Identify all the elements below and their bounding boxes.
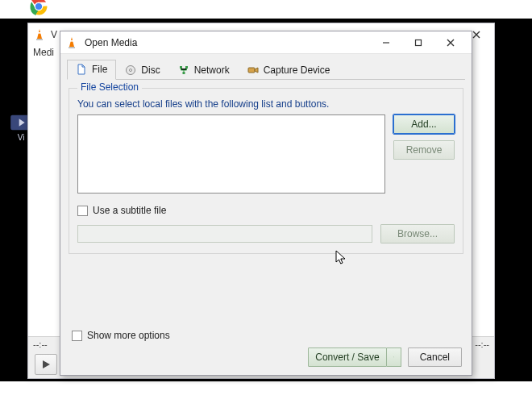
tab-disc[interactable]: Disc	[116, 60, 168, 80]
tab-network[interactable]: Network	[169, 60, 239, 80]
svg-rect-10	[70, 40, 73, 42]
svg-marker-19	[393, 357, 394, 358]
svg-rect-17	[182, 72, 185, 74]
time-remaining: --:--	[475, 339, 489, 349]
tab-network-label: Network	[194, 65, 230, 76]
file-selection-hint: You can select local files with the foll…	[77, 98, 455, 110]
desktop-item-label: Vi	[18, 133, 25, 142]
tab-file[interactable]: File	[67, 60, 116, 80]
svg-rect-11	[69, 47, 75, 48]
svg-rect-12	[416, 40, 422, 45]
minimize-icon	[381, 38, 391, 48]
convert-save-button[interactable]: Convert / Save	[308, 347, 386, 367]
close-icon	[446, 38, 455, 48]
add-button[interactable]: Add...	[393, 114, 455, 134]
vlc-window-title: V	[51, 29, 57, 40]
maximize-icon	[414, 38, 423, 48]
remove-button[interactable]: Remove	[393, 140, 455, 160]
play-button[interactable]	[35, 354, 57, 375]
checkbox-box	[72, 331, 82, 341]
minimize-button[interactable]	[370, 31, 402, 54]
checkbox-box	[77, 206, 88, 216]
add-button-label: Add...	[411, 119, 436, 130]
cancel-label: Cancel	[420, 352, 450, 363]
chrome-desktop-icon[interactable]	[27, 0, 50, 18]
dialog-title: Open Media	[85, 37, 137, 48]
svg-marker-5	[37, 29, 42, 39]
time-elapsed: --:--	[33, 339, 48, 349]
tab-file-label: File	[92, 64, 107, 75]
show-more-label: Show more options	[87, 330, 170, 341]
remove-button-label: Remove	[406, 144, 443, 156]
vlc-cone-icon	[33, 28, 46, 41]
subtitle-path-input	[77, 225, 372, 243]
svg-marker-8	[43, 360, 50, 368]
use-subtitle-checkbox[interactable]: Use a subtitle file	[77, 205, 455, 216]
vlc-cone-icon	[65, 36, 78, 49]
close-button[interactable]	[434, 31, 467, 54]
vlc-menu-media[interactable]: Medi	[33, 47, 54, 58]
svg-rect-7	[36, 39, 43, 40]
file-selection-group: File Selection You can select local file…	[69, 88, 463, 254]
convert-save-label: Convert / Save	[315, 352, 379, 363]
browse-subtitle-button: Browse...	[380, 224, 455, 243]
file-icon	[76, 64, 87, 75]
file-list[interactable]	[77, 114, 385, 194]
maximize-button[interactable]	[402, 31, 434, 54]
tab-capture-label: Capture Device	[264, 65, 330, 76]
svg-marker-9	[69, 37, 74, 47]
convert-save-split-button[interactable]: Convert / Save	[308, 347, 401, 367]
use-subtitle-label: Use a subtitle file	[93, 205, 166, 216]
capture-icon	[247, 65, 259, 76]
svg-rect-18	[248, 68, 255, 73]
convert-save-dropdown[interactable]	[387, 347, 401, 367]
cancel-button[interactable]: Cancel	[408, 347, 462, 367]
close-icon	[472, 30, 481, 40]
open-media-dialog: Open Media File Disc Ne	[60, 31, 472, 376]
media-source-tabs: File Disc Network Capture Device	[67, 59, 465, 80]
svg-rect-15	[180, 66, 182, 69]
chevron-down-icon	[393, 354, 394, 360]
svg-point-14	[130, 69, 132, 72]
tab-disc-label: Disc	[141, 65, 160, 76]
show-more-options-checkbox[interactable]: Show more options	[72, 330, 170, 341]
dialog-titlebar[interactable]: Open Media	[60, 31, 472, 54]
file-selection-legend: File Selection	[77, 81, 142, 93]
tab-capture[interactable]: Capture Device	[239, 60, 339, 80]
dialog-footer: Convert / Save Cancel	[308, 347, 462, 367]
play-icon	[41, 360, 51, 369]
svg-rect-6	[38, 32, 41, 34]
svg-rect-16	[185, 66, 188, 69]
browse-label: Browse...	[397, 228, 438, 239]
network-icon	[178, 65, 189, 76]
disc-icon	[125, 65, 136, 76]
